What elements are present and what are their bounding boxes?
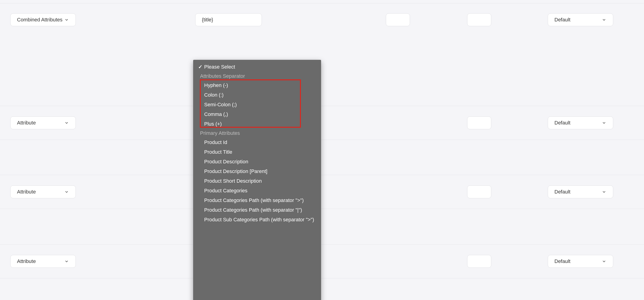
attribute-type-select[interactable]: Combined Attributes	[10, 13, 76, 26]
dropdown-option-label: Please Select	[204, 64, 235, 70]
dropdown-option[interactable]: Product Sub Categories Path (with separa…	[193, 215, 321, 225]
mapping-row: Attribute Default	[0, 106, 644, 140]
attribute-type-select[interactable]: Attribute	[10, 185, 76, 198]
dropdown-option[interactable]: Product Description [Parent]	[193, 167, 321, 176]
dropdown-option-label: Colon (:)	[204, 92, 224, 98]
output-type-label: Default	[554, 189, 570, 195]
dropdown-option[interactable]: Comma (,)	[193, 109, 321, 119]
divider	[0, 3, 644, 4]
dropdown-option[interactable]: Semi-Colon (;)	[193, 100, 321, 109]
dropdown-option[interactable]: Product Description	[193, 157, 321, 167]
suffix-input[interactable]	[467, 185, 491, 198]
dropdown-option[interactable]: Hyphen (-)	[193, 81, 321, 90]
mapping-row: Attribute Default	[0, 244, 644, 278]
prefix-input[interactable]	[386, 13, 410, 26]
chevron-down-icon	[602, 120, 606, 125]
dropdown-option-label: Product Categories	[204, 188, 247, 194]
suffix-input[interactable]	[467, 13, 491, 26]
mapping-row: Combined Attributes {title} Default	[0, 5, 644, 54]
dropdown-group-label: Attributes Separator	[193, 72, 321, 81]
attribute-type-label: Attribute	[17, 189, 36, 195]
suffix-input[interactable]	[467, 255, 491, 268]
dropdown-option[interactable]: Plus (+)	[193, 119, 321, 129]
chevron-down-icon	[64, 17, 69, 22]
dropdown-option[interactable]: Product Title	[193, 147, 321, 157]
chevron-down-icon	[64, 189, 69, 194]
suffix-input[interactable]	[467, 116, 491, 129]
dropdown-group-label: Primary Attributes	[193, 129, 321, 137]
chevron-down-icon	[64, 120, 69, 125]
output-type-select[interactable]: Default	[548, 185, 613, 198]
attribute-dropdown[interactable]: Please Select Attributes Separator Hyphe…	[193, 60, 321, 300]
dropdown-option-label: Product Description	[204, 159, 248, 165]
output-type-select[interactable]: Default	[548, 255, 613, 268]
output-type-label: Default	[554, 17, 570, 23]
dropdown-option-label: Semi-Colon (;)	[204, 102, 237, 107]
dropdown-option[interactable]: Product Short Description	[193, 176, 321, 186]
value-input[interactable]: {title}	[195, 13, 262, 26]
dropdown-option-label: Comma (,)	[204, 111, 228, 117]
dropdown-option-label: Plus (+)	[204, 121, 222, 127]
attribute-type-select[interactable]: Attribute	[10, 116, 76, 129]
attribute-type-label: Attribute	[17, 120, 36, 126]
attribute-type-select[interactable]: Attribute	[10, 255, 76, 268]
output-type-label: Default	[554, 258, 570, 264]
dropdown-option[interactable]: Product Categories	[193, 186, 321, 196]
chevron-down-icon	[64, 259, 69, 264]
output-type-select[interactable]: Default	[548, 13, 613, 26]
output-type-label: Default	[554, 120, 570, 126]
dropdown-option-label: Product Description [Parent]	[204, 168, 267, 174]
dropdown-option-label: Product Categories Path (with separator …	[204, 207, 302, 213]
dropdown-option[interactable]: Product Categories Path (with separator …	[193, 196, 321, 205]
attribute-type-label: Attribute	[17, 258, 36, 264]
dropdown-option-selected[interactable]: Please Select	[193, 62, 321, 72]
value-text: {title}	[202, 17, 213, 23]
dropdown-option[interactable]: Product Categories Path (with separator …	[193, 205, 321, 215]
dropdown-option-label: Product Title	[204, 149, 232, 155]
output-type-select[interactable]: Default	[548, 116, 613, 129]
attribute-type-label: Combined Attributes	[17, 17, 62, 23]
dropdown-option-label: Hyphen (-)	[204, 82, 228, 88]
dropdown-option[interactable]: Product Id	[193, 137, 321, 147]
dropdown-option[interactable]: Colon (:)	[193, 90, 321, 100]
dropdown-option-label: Product Sub Categories Path (with separa…	[204, 217, 314, 222]
dropdown-option-label: Product Categories Path (with separator …	[204, 197, 304, 203]
chevron-down-icon	[602, 259, 606, 264]
dropdown-option-label: Product Short Description	[204, 178, 262, 184]
mapping-row: Attribute Default	[0, 175, 644, 209]
dropdown-option-label: Product Id	[204, 139, 227, 145]
chevron-down-icon	[602, 189, 606, 194]
chevron-down-icon	[602, 17, 606, 22]
page: Combined Attributes {title} Default Attr…	[0, 0, 644, 300]
